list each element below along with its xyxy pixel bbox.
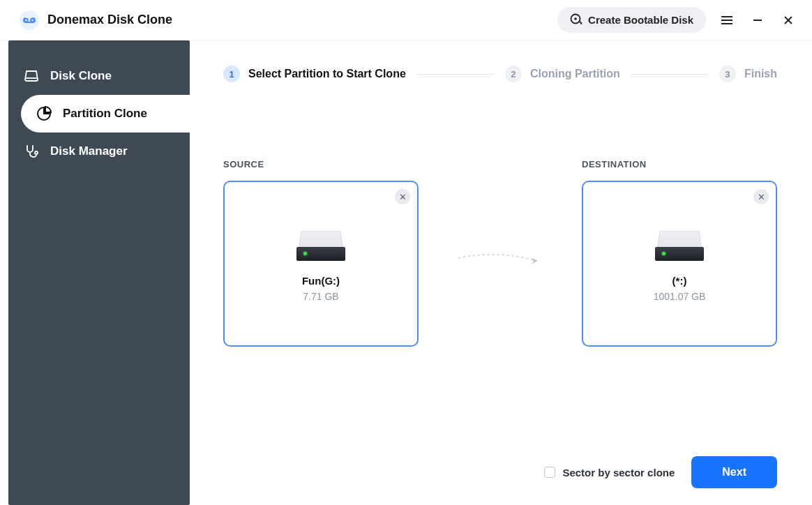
next-button[interactable]: Next bbox=[691, 456, 777, 488]
disk-icon bbox=[24, 68, 39, 84]
main-content: 1 Select Partition to Start Clone 2 Clon… bbox=[190, 40, 812, 505]
source-drive-size: 7.71 GB bbox=[303, 291, 338, 302]
drive-icon bbox=[296, 226, 345, 261]
step-2: 2 Cloning Partition bbox=[505, 66, 620, 82]
step-label: Select Partition to Start Clone bbox=[248, 68, 406, 80]
sidebar-item-partition-clone[interactable]: Partition Clone bbox=[21, 95, 190, 133]
bootable-label: Create Bootable Disk bbox=[588, 14, 693, 26]
menu-button[interactable] bbox=[717, 10, 737, 30]
step-number: 2 bbox=[505, 66, 522, 82]
step-indicator: 1 Select Partition to Start Clone 2 Clon… bbox=[223, 66, 777, 82]
app-logo-wrap: Donemax Disk Clone bbox=[20, 10, 172, 30]
svg-point-11 bbox=[35, 151, 38, 154]
titlebar: Donemax Disk Clone Create Bootable Disk bbox=[0, 0, 812, 40]
source-drive-name: Fun(G:) bbox=[302, 275, 340, 287]
minimize-button[interactable] bbox=[748, 10, 767, 30]
create-bootable-disk-button[interactable]: Create Bootable Disk bbox=[557, 7, 706, 33]
destination-drive-size: 1001.07 GB bbox=[654, 291, 706, 302]
close-icon[interactable]: ✕ bbox=[753, 189, 769, 204]
sidebar-item-disk-manager[interactable]: Disk Manager bbox=[8, 133, 190, 170]
arrow-icon bbox=[444, 179, 557, 345]
step-divider bbox=[631, 74, 708, 75]
svg-point-3 bbox=[574, 17, 577, 20]
checkbox-icon bbox=[544, 467, 555, 478]
app-title: Donemax Disk Clone bbox=[47, 13, 172, 27]
sidebar-item-label: Disk Manager bbox=[50, 144, 128, 158]
stethoscope-icon bbox=[24, 144, 39, 159]
checkbox-label: Sector by sector clone bbox=[562, 467, 675, 478]
source-card[interactable]: ✕ Fun(G:) 7.71 GB bbox=[223, 181, 419, 347]
sidebar: Disk Clone Partition Clone Disk Manager bbox=[8, 40, 190, 505]
partition-icon bbox=[36, 106, 52, 121]
destination-title: DESTINATION bbox=[582, 159, 777, 169]
svg-point-0 bbox=[24, 18, 28, 22]
sidebar-item-label: Partition Clone bbox=[63, 107, 147, 121]
sector-by-sector-checkbox[interactable]: Sector by sector clone bbox=[544, 467, 675, 478]
destination-drive-name: (*:) bbox=[672, 275, 687, 287]
step-1: 1 Select Partition to Start Clone bbox=[223, 66, 406, 82]
source-title: SOURCE bbox=[223, 159, 419, 169]
app-logo-icon bbox=[20, 10, 39, 30]
step-number: 1 bbox=[223, 66, 240, 82]
step-number: 3 bbox=[719, 66, 736, 82]
destination-card[interactable]: ✕ (*:) 1001.07 GB bbox=[582, 181, 777, 347]
step-3: 3 Finish bbox=[719, 66, 777, 82]
sidebar-item-label: Disk Clone bbox=[50, 69, 112, 83]
close-icon[interactable]: ✕ bbox=[395, 189, 410, 204]
sidebar-item-disk-clone[interactable]: Disk Clone bbox=[8, 57, 190, 95]
step-label: Cloning Partition bbox=[530, 68, 620, 80]
close-button[interactable] bbox=[779, 10, 798, 30]
step-divider bbox=[417, 74, 494, 75]
svg-point-1 bbox=[31, 18, 34, 22]
drive-icon bbox=[655, 226, 704, 261]
disc-icon bbox=[570, 13, 582, 27]
step-label: Finish bbox=[744, 68, 777, 80]
